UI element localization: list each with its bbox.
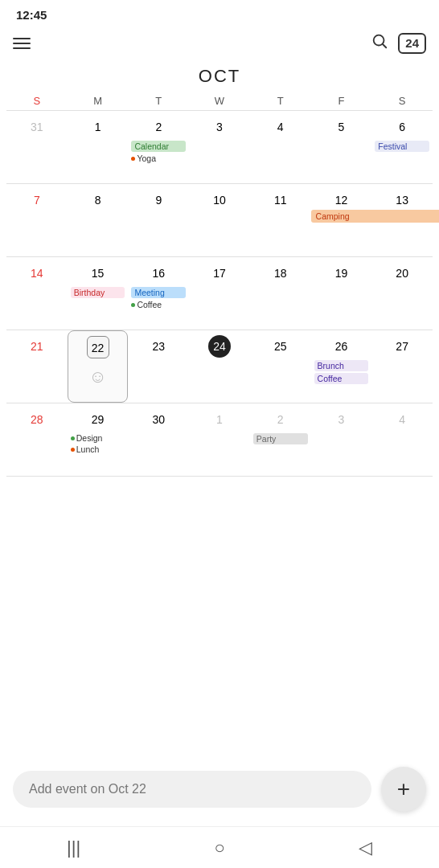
- day-cell-nov3[interactable]: 3: [311, 403, 372, 476]
- day-cell-12[interactable]: 12 Camping: [311, 184, 372, 256]
- event-party: Party: [253, 433, 308, 444]
- day-cell-22[interactable]: 22 ☺: [68, 330, 129, 403]
- day-cell-10[interactable]: 10: [189, 184, 250, 256]
- week-row: 28 29 Design Lunch 30 1 2 Party 3 4: [6, 403, 433, 477]
- day-cell-26[interactable]: 26 Brunch Coffee: [311, 330, 372, 403]
- add-event-fab[interactable]: +: [381, 767, 426, 812]
- day-num: 1: [208, 408, 231, 431]
- day-cell-nov2[interactable]: 2 Party: [250, 403, 311, 476]
- day-cell-9[interactable]: 9: [128, 184, 189, 256]
- nav-home-icon[interactable]: ○: [214, 837, 224, 858]
- event-yoga: Yoga: [137, 154, 156, 163]
- event-festival: Festival: [375, 141, 429, 152]
- day-cell-31[interactable]: 31: [6, 111, 68, 183]
- day-cell-3[interactable]: 3: [189, 111, 250, 183]
- plus-icon: +: [397, 776, 410, 802]
- day-num: 5: [330, 116, 352, 138]
- day-cell-29[interactable]: 29 Design Lunch: [68, 403, 129, 476]
- day-cell-15[interactable]: 15 Birthday: [68, 257, 129, 330]
- day-cell-14[interactable]: 14: [6, 257, 68, 330]
- day-num: 28: [26, 408, 48, 431]
- search-button[interactable]: [371, 32, 388, 55]
- day-num: 11: [269, 189, 292, 211]
- svg-line-1: [384, 44, 387, 47]
- day-cell-4[interactable]: 4: [250, 111, 311, 183]
- day-cell-16[interactable]: 16 Meeting Coffee: [128, 257, 189, 330]
- toolbar-left: [13, 38, 31, 49]
- day-cell-nov4[interactable]: 4: [371, 403, 433, 476]
- day-cell-2[interactable]: 2 Calendar Yoga: [128, 111, 189, 183]
- week-row: 7 8 9 10 11 12 Camping 13: [6, 183, 433, 256]
- week-row: 31 1 2 Calendar Yoga 3 4 5 6 Festival: [6, 110, 433, 183]
- day-num: 2: [269, 408, 292, 431]
- nav-recents-icon[interactable]: |||: [67, 837, 80, 858]
- lunch-dot: [71, 448, 75, 452]
- design-dot: [71, 436, 75, 440]
- event-lunch: Lunch: [76, 444, 100, 454]
- day-cell-11[interactable]: 11: [250, 184, 311, 256]
- day-cell-20[interactable]: 20: [371, 257, 433, 330]
- day-cell-30[interactable]: 30: [128, 403, 189, 476]
- day-num: 21: [26, 335, 48, 358]
- header-mon: M: [68, 95, 129, 107]
- month-title: OCT: [0, 61, 439, 95]
- day-cell-27[interactable]: 27: [371, 330, 433, 403]
- header-tue: T: [128, 95, 189, 107]
- day-num: 3: [330, 408, 352, 431]
- toolbar-right: 24: [371, 32, 426, 55]
- day-num: 7: [26, 189, 48, 211]
- bottom-bar: +: [0, 755, 439, 823]
- day-num: 8: [87, 189, 109, 211]
- day-num: 26: [330, 335, 352, 358]
- day-cell-17[interactable]: 17: [189, 257, 250, 330]
- event-camping: Camping: [311, 210, 439, 223]
- day-cell-21[interactable]: 21: [6, 330, 68, 403]
- day-headers: S M T W T F S: [6, 95, 433, 107]
- day-num: 10: [208, 189, 231, 211]
- today-date-badge[interactable]: 24: [398, 33, 426, 54]
- status-time: 12:45: [16, 8, 47, 22]
- day-cell-5[interactable]: 5: [311, 111, 372, 183]
- yoga-dot: [131, 157, 135, 161]
- week-row: 14 15 Birthday 16 Meeting Coffee 17 18 1…: [6, 256, 433, 330]
- event-coffee: Coffee: [137, 300, 162, 309]
- day-num: 30: [147, 408, 170, 431]
- day-num: 9: [147, 189, 170, 211]
- day-num: 3: [208, 116, 231, 138]
- day-num: 15: [87, 262, 109, 285]
- event-design: Design: [76, 433, 103, 443]
- smiley-icon: ☺: [72, 366, 125, 387]
- event-lunch-row: Lunch: [71, 444, 125, 454]
- event-brunch: Brunch: [314, 360, 369, 371]
- day-num: 6: [391, 116, 413, 138]
- day-num: 23: [147, 335, 170, 358]
- day-num: 12: [330, 189, 352, 211]
- day-cell-18[interactable]: 18: [250, 257, 311, 330]
- day-cell-28[interactable]: 28: [6, 403, 68, 476]
- day-num: 4: [391, 408, 413, 431]
- day-num: 17: [208, 262, 231, 285]
- day-cell-1[interactable]: 1: [68, 111, 129, 183]
- day-num: 19: [330, 262, 352, 285]
- day-cell-24[interactable]: 24: [189, 330, 250, 403]
- svg-point-0: [374, 35, 384, 46]
- day-cell-7[interactable]: 7: [6, 184, 68, 256]
- day-cell-8[interactable]: 8: [68, 184, 129, 256]
- header-thu: T: [250, 95, 311, 107]
- day-cell-23[interactable]: 23: [128, 330, 189, 403]
- bottom-nav: ||| ○ ◁: [0, 826, 439, 868]
- day-cell-19[interactable]: 19: [311, 257, 372, 330]
- menu-button[interactable]: [13, 38, 31, 49]
- add-event-input[interactable]: [13, 771, 371, 808]
- day-cell-nov1[interactable]: 1: [189, 403, 250, 476]
- toolbar: 24: [0, 26, 439, 61]
- nav-back-icon[interactable]: ◁: [359, 837, 372, 858]
- status-bar: 12:45: [0, 0, 439, 26]
- day-num: 24: [208, 335, 231, 358]
- event-meeting: Meeting: [131, 287, 186, 298]
- event-coffee-row: Coffee: [131, 300, 186, 309]
- day-cell-6[interactable]: 6 Festival: [371, 111, 433, 183]
- event-coffee-26: Coffee: [314, 373, 369, 384]
- day-num: 25: [269, 335, 292, 358]
- day-cell-25[interactable]: 25: [250, 330, 311, 403]
